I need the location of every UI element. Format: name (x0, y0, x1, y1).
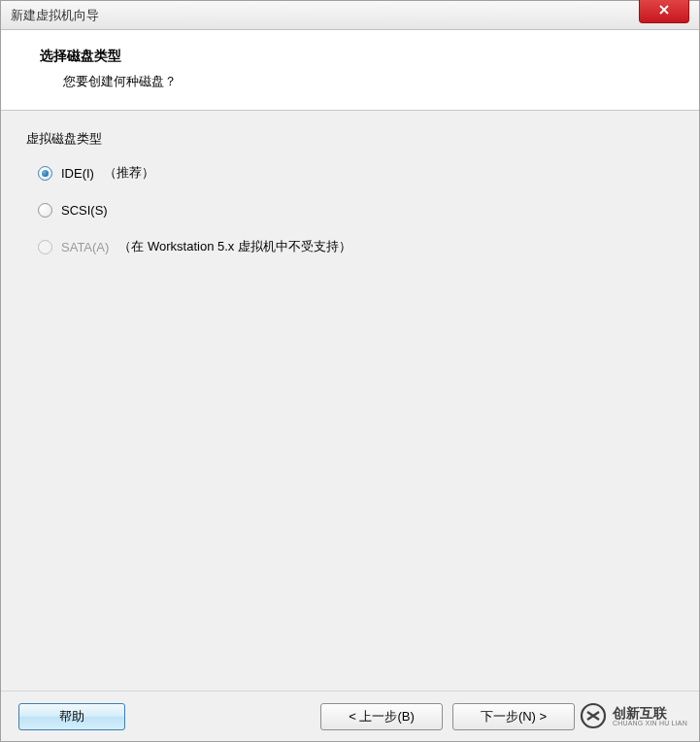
radio-row-sata: SATA(A) （在 Workstation 5.x 虚拟机中不受支持） (38, 237, 674, 256)
radio-scsi[interactable] (38, 203, 52, 218)
wizard-window: 新建虚拟机向导 选择磁盘类型 您要创建何种磁盘？ 虚拟磁盘类型 IDE(I) （… (0, 0, 700, 742)
header-title: 选择磁盘类型 (40, 48, 680, 65)
radio-label-ide: IDE(I) (61, 166, 94, 181)
help-button[interactable]: 帮助 (18, 703, 125, 730)
close-button[interactable] (639, 0, 689, 23)
section-label: 虚拟磁盘类型 (26, 130, 674, 148)
radio-ide[interactable] (38, 166, 52, 181)
disk-type-radio-group: IDE(I) （推荐） SCSI(S) SATA(A) （在 Workstati… (26, 163, 674, 256)
watermark-cn: 创新互联 (613, 706, 687, 720)
radio-row-ide[interactable]: IDE(I) （推荐） (38, 163, 674, 183)
window-title: 新建虚拟机向导 (11, 7, 99, 24)
watermark-logo-icon (580, 702, 607, 729)
radio-label-scsi: SCSI(S) (61, 203, 108, 218)
header-panel: 选择磁盘类型 您要创建何种磁盘？ (1, 30, 699, 111)
back-button[interactable]: < 上一步(B) (320, 703, 443, 730)
radio-note-sata: （在 Workstation 5.x 虚拟机中不受支持） (118, 238, 351, 255)
next-button[interactable]: 下一步(N) > (452, 703, 575, 730)
content-area: 虚拟磁盘类型 IDE(I) （推荐） SCSI(S) SATA(A) （在 Wo… (1, 111, 699, 691)
radio-note-ide: （推荐） (104, 164, 154, 182)
radio-row-scsi[interactable]: SCSI(S) (38, 200, 674, 219)
titlebar: 新建虚拟机向导 (1, 1, 699, 30)
watermark-en: CHUANG XIN HU LIAN (613, 720, 687, 726)
radio-sata (38, 240, 52, 254)
header-subtitle: 您要创建何种磁盘？ (40, 73, 680, 90)
watermark-text: 创新互联 CHUANG XIN HU LIAN (613, 706, 687, 726)
watermark: 创新互联 CHUANG XIN HU LIAN (580, 702, 687, 729)
footer-left: 帮助 (18, 703, 125, 730)
close-icon (658, 4, 670, 18)
radio-label-sata: SATA(A) (61, 240, 109, 254)
